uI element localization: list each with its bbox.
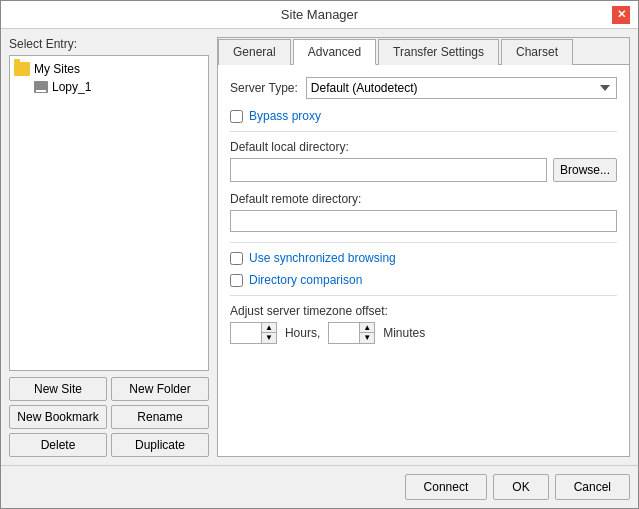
local-dir-label: Default local directory: (230, 140, 617, 154)
timezone-section: Adjust server timezone offset: 0 ▲ ▼ Hou… (230, 304, 617, 344)
tree-folder-label: My Sites (34, 62, 80, 76)
connect-button[interactable]: Connect (405, 474, 488, 500)
minutes-down-button[interactable]: ▼ (360, 333, 374, 343)
left-buttons: New Site New Folder New Bookmark Rename … (9, 377, 209, 457)
duplicate-button[interactable]: Duplicate (111, 433, 209, 457)
ok-button[interactable]: OK (493, 474, 548, 500)
tree-folder-my-sites[interactable]: My Sites (14, 60, 204, 78)
server-type-select[interactable]: Default (Autodetect) FTP SFTP FTPS (306, 77, 617, 99)
sync-browsing-checkbox[interactable] (230, 252, 243, 265)
hours-up-button[interactable]: ▲ (262, 323, 276, 333)
divider-1 (230, 131, 617, 132)
hours-input[interactable]: 0 (231, 324, 261, 342)
hours-label: Hours, (285, 326, 320, 340)
hours-down-button[interactable]: ▼ (262, 333, 276, 343)
hours-spinner-wrapper: 0 ▲ ▼ (230, 322, 277, 344)
timezone-label: Adjust server timezone offset: (230, 304, 617, 318)
tree-item-label: Lopy_1 (52, 80, 91, 94)
hours-arrows: ▲ ▼ (261, 323, 276, 343)
folder-icon (14, 62, 30, 76)
new-bookmark-button[interactable]: New Bookmark (9, 405, 107, 429)
tab-general[interactable]: General (218, 39, 291, 65)
local-dir-row: Browse... (230, 158, 617, 182)
tab-advanced[interactable]: Advanced (293, 39, 376, 65)
server-type-label: Server Type: (230, 81, 298, 95)
tab-transfer-settings[interactable]: Transfer Settings (378, 39, 499, 65)
delete-button[interactable]: Delete (9, 433, 107, 457)
site-manager-window: Site Manager ✕ Select Entry: My Sites Lo… (0, 0, 639, 509)
minutes-label: Minutes (383, 326, 425, 340)
divider-2 (230, 242, 617, 243)
local-dir-section: Default local directory: Browse... (230, 140, 617, 182)
remote-dir-section: Default remote directory: (230, 192, 617, 232)
left-panel: Select Entry: My Sites Lopy_1 New Site N… (9, 37, 209, 457)
close-button[interactable]: ✕ (612, 6, 630, 24)
browse-button[interactable]: Browse... (553, 158, 617, 182)
title-bar: Site Manager ✕ (1, 1, 638, 29)
dir-comparison-label: Directory comparison (249, 273, 362, 287)
cancel-button[interactable]: Cancel (555, 474, 630, 500)
remote-dir-label: Default remote directory: (230, 192, 617, 206)
select-entry-label: Select Entry: (9, 37, 209, 51)
server-type-row: Server Type: Default (Autodetect) FTP SF… (230, 77, 617, 99)
divider-3 (230, 295, 617, 296)
tab-charset[interactable]: Charset (501, 39, 573, 65)
tabs: General Advanced Transfer Settings Chars… (218, 38, 629, 65)
minutes-spinner-wrapper: 0 ▲ ▼ (328, 322, 375, 344)
bypass-proxy-label: Bypass proxy (249, 109, 321, 123)
new-site-button[interactable]: New Site (9, 377, 107, 401)
bottom-bar: Connect OK Cancel (1, 465, 638, 508)
dir-comparison-row: Directory comparison (230, 273, 617, 287)
tab-content-advanced: Server Type: Default (Autodetect) FTP SF… (218, 65, 629, 456)
local-dir-input[interactable] (230, 158, 547, 182)
minutes-up-button[interactable]: ▲ (360, 323, 374, 333)
sync-browsing-label: Use synchronized browsing (249, 251, 396, 265)
minutes-arrows: ▲ ▼ (359, 323, 374, 343)
tree-view[interactable]: My Sites Lopy_1 (9, 55, 209, 371)
sync-browsing-row: Use synchronized browsing (230, 251, 617, 265)
bypass-proxy-checkbox[interactable] (230, 110, 243, 123)
window-body: Select Entry: My Sites Lopy_1 New Site N… (1, 29, 638, 465)
server-icon (34, 81, 48, 93)
new-folder-button[interactable]: New Folder (111, 377, 209, 401)
timezone-spinners: 0 ▲ ▼ Hours, 0 ▲ ▼ (230, 322, 617, 344)
right-panel: General Advanced Transfer Settings Chars… (217, 37, 630, 457)
tree-item-lopy1[interactable]: Lopy_1 (14, 78, 204, 96)
remote-dir-input[interactable] (230, 210, 617, 232)
rename-button[interactable]: Rename (111, 405, 209, 429)
bypass-proxy-row: Bypass proxy (230, 109, 617, 123)
minutes-input[interactable]: 0 (329, 324, 359, 342)
window-title: Site Manager (27, 7, 612, 22)
dir-comparison-checkbox[interactable] (230, 274, 243, 287)
